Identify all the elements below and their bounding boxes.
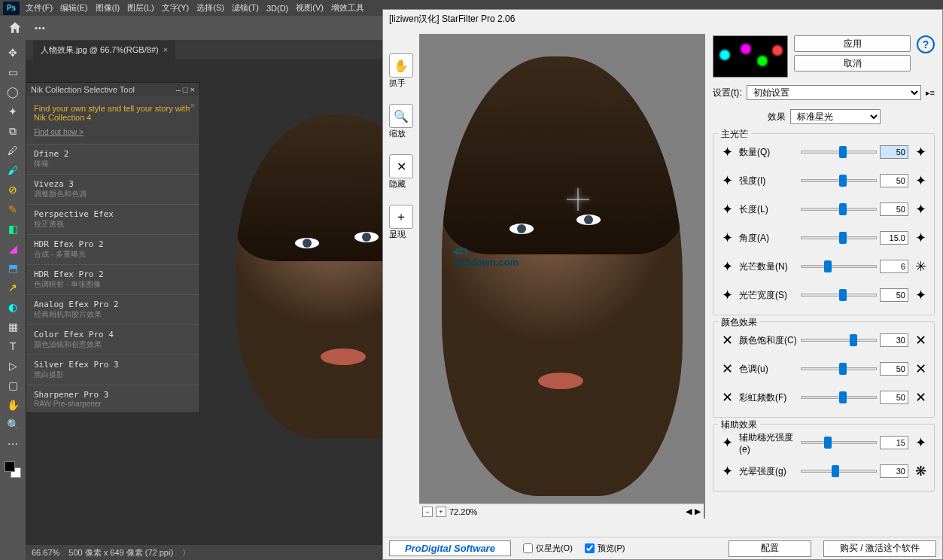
tool-shape[interactable]: ▢ (5, 377, 21, 394)
tool-brush[interactable]: 🖌 (5, 162, 21, 178)
preview-checkbox[interactable]: 预览(P) (585, 543, 625, 554)
sf-controls: 应用 取消 ? 设置(t): 初始设置 ▸≡ 效果 标准星光 主光芒 ✦ 数量(… (705, 31, 942, 537)
nik-item[interactable]: Dfine 2降噪 (26, 144, 199, 174)
color-swatch[interactable] (5, 461, 21, 478)
sf-tool-button[interactable]: 🔍 (389, 104, 413, 128)
param-slider[interactable] (801, 265, 877, 268)
tool-10[interactable]: ↗ (5, 279, 21, 296)
document-tab[interactable]: 人物效果.jpg @ 66.7%(RGB/8#) × (33, 41, 175, 59)
tool-move[interactable]: ✥ (5, 44, 21, 61)
settings-select[interactable]: 初始设置 (747, 85, 921, 100)
tool-6[interactable]: ✎ (5, 201, 21, 218)
tool-9[interactable]: ⬒ (5, 260, 21, 276)
param-slider[interactable] (801, 151, 877, 154)
menu-edit[interactable]: 编辑(E) (60, 2, 88, 14)
chevron-right-icon[interactable]: ▶ (695, 507, 701, 516)
tool-11[interactable]: ◐ (5, 299, 21, 315)
param-slider[interactable] (801, 208, 877, 211)
param-row: ✦ 强度(I) ✦ (718, 169, 929, 193)
chevron-left-icon[interactable]: ◀ (686, 507, 692, 516)
tool-crop[interactable]: ⧉ (5, 123, 21, 139)
nik-item-name: HDR Efex Pro 2 (34, 239, 192, 249)
param-value[interactable] (880, 288, 908, 302)
panel-controls[interactable]: – □ × (176, 85, 195, 94)
apply-button[interactable]: 应用 (794, 35, 911, 52)
nik-item[interactable]: HDR Efex Pro 2色调映射 - 单张图像 (26, 264, 199, 294)
section-main-rays: 主光芒 ✦ 数量(Q) ✦✦ 强度(I) ✦✦ 长度(L) ✦✦ 角度(A) ✦… (713, 133, 935, 315)
param-icon-right: ✳ (911, 257, 929, 275)
sf-tool-button[interactable]: ✋ (389, 53, 413, 78)
param-value[interactable] (880, 260, 908, 273)
param-value[interactable] (880, 174, 908, 187)
nik-item[interactable]: Perspective Efex校正透视 (26, 204, 199, 234)
tool-wand[interactable]: ✦ (5, 103, 21, 120)
param-slider[interactable] (801, 339, 877, 342)
nik-item[interactable]: Analog Efex Pro 2经典相机和胶片效果 (26, 294, 199, 324)
tool-gradient[interactable]: ▦ (5, 318, 21, 335)
param-value[interactable] (880, 231, 908, 245)
param-slider[interactable] (801, 294, 877, 297)
chevron-right-icon[interactable]: 〉 (182, 547, 190, 558)
tool-8[interactable]: ◢ (5, 240, 21, 257)
param-value[interactable] (880, 202, 908, 216)
nik-item-name: Silver Efex Pro 3 (34, 360, 192, 370)
param-icon-right: ✕ (911, 360, 929, 378)
sf-tool-button[interactable]: ＋ (389, 205, 413, 229)
tool-heal[interactable]: ⊘ (5, 181, 21, 198)
menu-view[interactable]: 视图(V) (296, 2, 324, 14)
zoom-out-button[interactable]: − (422, 507, 433, 517)
promo-link[interactable]: Find out how > (34, 128, 192, 136)
tool-path[interactable]: ▷ (5, 358, 21, 374)
more-icon[interactable]: ••• (35, 23, 46, 32)
tool-eyedrop[interactable]: 🖊 (5, 142, 21, 159)
nik-item[interactable]: Silver Efex Pro 3黑白摄影 (26, 355, 199, 385)
menu-image[interactable]: 图像(I) (96, 2, 120, 14)
nik-item[interactable]: Color Efex Pro 4颜色滤镜和创意效果 (26, 324, 199, 355)
param-slider[interactable] (801, 470, 877, 473)
param-slider[interactable] (801, 396, 877, 399)
sf-preview[interactable]: 423423down.com − + 72.20% ◀ ▶ (419, 34, 705, 519)
tool-more[interactable]: ⋯ (5, 436, 21, 452)
tool-text[interactable]: T (5, 338, 21, 355)
menu-plugins[interactable]: 增效工具 (331, 2, 364, 14)
param-slider[interactable] (801, 367, 877, 370)
help-icon[interactable]: ? (917, 35, 935, 53)
buy-button[interactable]: 购买 / 激活这个软件 (823, 540, 936, 557)
param-slider[interactable] (801, 179, 877, 182)
param-slider[interactable] (801, 441, 877, 444)
param-value[interactable] (880, 391, 908, 404)
menu-layer[interactable]: 图层(L) (127, 2, 154, 14)
zoom-in-button[interactable]: + (436, 507, 446, 517)
tool-7[interactable]: ◧ (5, 221, 21, 237)
param-value[interactable] (880, 362, 908, 376)
menu-3d[interactable]: 3D(D) (266, 4, 288, 13)
param-slider[interactable] (801, 236, 877, 239)
tool-hand[interactable]: ✋ (5, 397, 21, 413)
menu-filter[interactable]: 滤镜(T) (232, 2, 259, 14)
menu-file[interactable]: 文件(F) (26, 2, 53, 14)
nik-item[interactable]: HDR Efex Pro 2合成 - 多重曝光 (26, 234, 199, 264)
nik-item[interactable]: Sharpener Pro 3RAW Pre-sharpener (26, 385, 199, 412)
star-only-checkbox[interactable]: 仅星光(O) (523, 543, 573, 554)
nik-item[interactable]: Viveza 3调整颜色和色调 (26, 174, 199, 204)
param-value[interactable] (880, 436, 908, 449)
tool-zoom[interactable]: 🔍 (5, 416, 21, 433)
sf-tool-button[interactable]: ✕ (389, 154, 413, 178)
param-value[interactable] (880, 464, 908, 478)
config-button[interactable]: 配置 (729, 540, 811, 557)
home-icon[interactable] (8, 20, 23, 35)
menu-icon[interactable]: ▸≡ (926, 88, 935, 98)
tool-lasso[interactable]: ◯ (5, 84, 21, 100)
effect-select[interactable]: 标准星光 (790, 109, 881, 124)
tool-marquee[interactable]: ▭ (5, 64, 21, 81)
menu-select[interactable]: 选择(S) (196, 2, 224, 14)
dialog-title[interactable]: [liziwen汉化] StarFilter Pro 2.06 (383, 10, 942, 31)
close-icon[interactable]: × (163, 45, 168, 54)
param-row: ✕ 颜色饱和度(C) ✕ (718, 328, 929, 352)
param-value[interactable] (880, 145, 908, 159)
menu-text[interactable]: 文字(Y) (162, 2, 190, 14)
nik-titlebar[interactable]: Nik Collection Selective Tool – □ × (26, 83, 199, 96)
param-value[interactable] (880, 333, 908, 347)
close-icon[interactable]: × (190, 101, 195, 110)
cancel-button[interactable]: 取消 (794, 55, 911, 72)
